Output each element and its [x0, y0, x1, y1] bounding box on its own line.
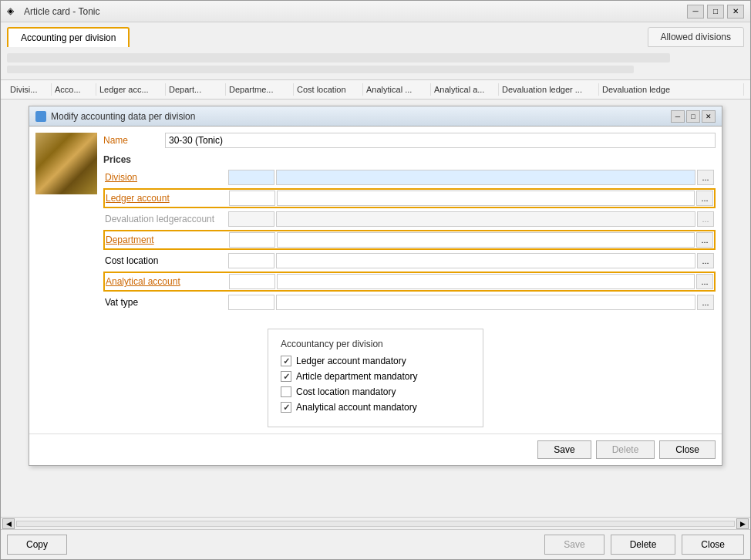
grid-header: Divisi... Acco... Ledger acc... Depart..…: [1, 79, 750, 100]
blur-line-2: [7, 66, 634, 73]
col-depart2: Departme...: [226, 83, 294, 96]
cost-location-row: Cost location ...: [103, 251, 716, 270]
cost-location-mandatory-row: Cost location mandatory: [281, 386, 470, 397]
division-input-large[interactable]: [276, 170, 695, 185]
bottom-delete-button[interactable]: Delete: [611, 535, 676, 555]
inner-minimize-button[interactable]: ─: [671, 110, 685, 123]
col-division: Divisi...: [7, 83, 52, 96]
ledger-mandatory-checkbox[interactable]: ✓: [281, 356, 291, 366]
tab-accounting[interactable]: Accounting per division: [7, 27, 130, 47]
copy-button[interactable]: Copy: [7, 535, 67, 555]
inner-maximize-button[interactable]: □: [686, 110, 700, 123]
vat-type-row: Vat type ...: [103, 293, 716, 312]
mandatory-title: Accountancy per division: [281, 339, 470, 349]
vat-input-large[interactable]: [276, 295, 695, 310]
inner-footer: Save Delete Close: [29, 433, 722, 465]
analytical-account-label[interactable]: Analytical account: [106, 276, 229, 287]
name-input[interactable]: [165, 133, 716, 148]
cost-location-mandatory-checkbox[interactable]: [281, 386, 291, 397]
ledger-account-row: Ledger account ...: [103, 188, 716, 208]
prices-label: Prices: [103, 154, 716, 165]
inner-window: Modify accounting data per division ─ □ …: [29, 106, 722, 466]
analytical-input-small[interactable]: [229, 274, 275, 289]
inner-save-button[interactable]: Save: [537, 440, 591, 459]
article-dept-mandatory-label: Article department mandatory: [296, 371, 417, 382]
ledger-account-label[interactable]: Ledger account: [106, 193, 229, 204]
department-label[interactable]: Department: [106, 234, 229, 245]
ledger-mandatory-row: ✓ Ledger account mandatory: [281, 356, 470, 366]
ledger-browse-button[interactable]: ...: [696, 191, 713, 206]
ledger-mandatory-label: Ledger account mandatory: [296, 356, 406, 366]
minimize-button[interactable]: ─: [687, 5, 704, 19]
col-deval2: Devaluation ledge: [599, 83, 744, 96]
close-button[interactable]: ✕: [727, 5, 744, 19]
inner-content: Name Prices Division ...: [29, 127, 722, 319]
analytical-input-large[interactable]: [277, 274, 695, 289]
cost-browse-button[interactable]: ...: [697, 253, 714, 268]
deval-input-small[interactable]: [228, 211, 274, 227]
scroll-track[interactable]: [16, 521, 735, 527]
deval-input-large[interactable]: [276, 211, 695, 227]
deval-browse-button[interactable]: ...: [697, 211, 714, 227]
analytical-account-row: Analytical account ...: [103, 272, 716, 292]
col-deval1: Devaluation ledger ...: [499, 83, 599, 96]
analytical-checkmark: ✓: [283, 403, 290, 413]
mandatory-section-wrapper: Accountancy per division ✓ Ledger accoun…: [29, 319, 722, 427]
dept-input-small[interactable]: [229, 232, 275, 248]
form-area: Name Prices Division ...: [103, 133, 716, 313]
analytical-mandatory-row: ✓ Analytical account mandatory: [281, 402, 470, 413]
article-dept-mandatory-checkbox[interactable]: ✓: [281, 371, 291, 382]
dept-browse-button[interactable]: ...: [696, 232, 713, 248]
vat-type-label: Vat type: [105, 297, 228, 308]
article-dept-mandatory-row: ✓ Article department mandatory: [281, 371, 470, 382]
inner-title-bar: Modify accounting data per division ─ □ …: [29, 106, 722, 127]
analytical-mandatory-checkbox[interactable]: ✓: [281, 402, 291, 413]
title-bar: ◈ Article card - Tonic ─ □ ✕: [1, 1, 750, 22]
ledger-checkmark: ✓: [283, 356, 290, 366]
dept-input-large[interactable]: [277, 232, 695, 248]
department-row: Department ...: [103, 230, 716, 250]
tab-allowed[interactable]: Allowed divisions: [648, 27, 744, 47]
maximize-button[interactable]: □: [707, 5, 724, 19]
inner-app-icon: [35, 111, 46, 122]
scroll-right-button[interactable]: ▶: [736, 518, 749, 529]
content-area: Modify accounting data per division ─ □ …: [1, 100, 750, 517]
col-analytical1: Analytical ...: [363, 83, 431, 96]
division-label[interactable]: Division: [105, 172, 228, 183]
ledger-input-small[interactable]: [229, 191, 275, 206]
division-input-small[interactable]: [228, 170, 274, 185]
article-image: [35, 133, 97, 194]
col-cost: Cost location: [294, 83, 363, 96]
col-depart1: Depart...: [166, 83, 226, 96]
inner-delete-button[interactable]: Delete: [596, 440, 655, 459]
bottom-close-button[interactable]: Close: [682, 535, 744, 555]
cost-input-large[interactable]: [276, 253, 695, 268]
cost-location-label: Cost location: [105, 255, 228, 266]
window-title: Article card - Tonic: [24, 6, 687, 17]
scroll-left-button[interactable]: ◀: [2, 518, 15, 529]
vat-input-small[interactable]: [228, 295, 274, 310]
horizontal-scrollbar: ◀ ▶: [1, 517, 750, 529]
vat-browse-button[interactable]: ...: [697, 295, 714, 310]
devaluation-row: Devaluation ledgeraccount ...: [103, 210, 716, 228]
ledger-input-large[interactable]: [277, 191, 695, 206]
app-icon: ◈: [7, 5, 19, 18]
bottom-bar: Copy Save Delete Close: [1, 529, 750, 559]
col-analytical2: Analytical a...: [431, 83, 499, 96]
inner-close-button[interactable]: ✕: [702, 110, 716, 123]
devaluation-label: Devaluation ledgeraccount: [105, 214, 228, 224]
col-ledger: Ledger acc...: [96, 83, 166, 96]
main-window: ◈ Article card - Tonic ─ □ ✕ Accounting …: [0, 0, 751, 560]
article-dept-checkmark: ✓: [283, 372, 290, 382]
analytical-browse-button[interactable]: ...: [696, 274, 713, 289]
division-row: Division ...: [103, 168, 716, 187]
tab-bar: Accounting per division Allowed division…: [1, 22, 750, 47]
division-browse-button[interactable]: ...: [697, 170, 714, 185]
article-image-inner: [35, 133, 97, 194]
inner-close-button-footer[interactable]: Close: [659, 440, 716, 459]
window-controls: ─ □ ✕: [687, 5, 744, 19]
blurred-area: [1, 47, 750, 79]
cost-input-small[interactable]: [228, 253, 274, 268]
name-row: Name: [103, 133, 716, 148]
bottom-save-button[interactable]: Save: [544, 535, 604, 555]
